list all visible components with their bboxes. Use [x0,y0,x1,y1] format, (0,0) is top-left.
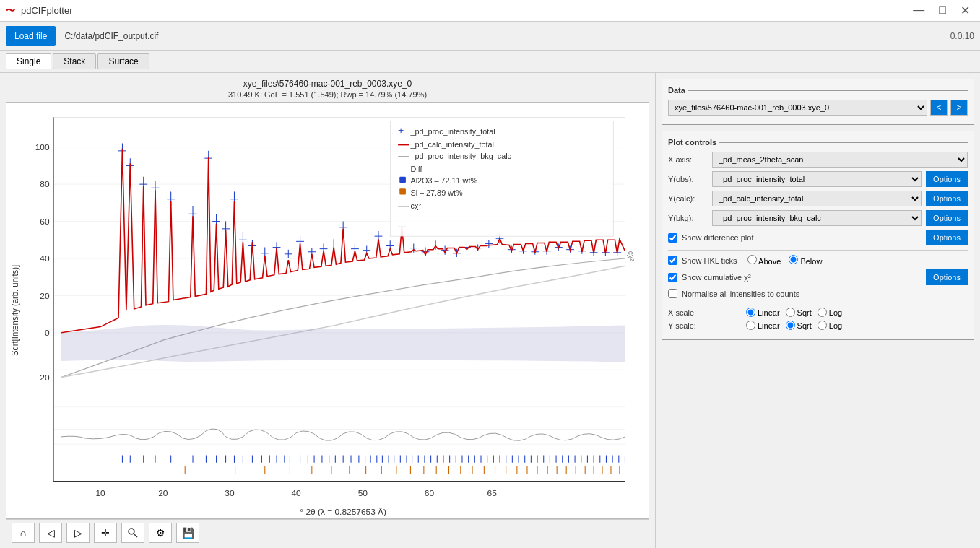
data-select-row: xye_files\576460-mac-001_reb_0003.xye_0 … [668,100,968,116]
right-panel: Data xye_files\576460-mac-001_reb_0003.x… [655,73,980,548]
prev-data-button[interactable]: < [930,100,948,116]
y-scale-sqrt-option: Sqrt [786,321,812,330]
svg-rect-227 [399,188,406,194]
show-cum-chi-checkbox[interactable] [668,273,677,282]
svg-text:Sqrt[Intensity (arb. units)]: Sqrt[Intensity (arb. units)] [10,265,19,356]
y-bkg-select[interactable]: _pd_proc_intensity_bkg_calc [712,210,922,226]
tab-stack[interactable]: Stack [53,53,96,69]
svg-text:65: 65 [487,488,497,497]
svg-text:60: 60 [40,217,49,226]
chart-container[interactable]: 100 80 60 40 20 0 −20 10 20 30 40 50 60 … [6,102,649,519]
y-scale-log-label: Log [829,321,842,330]
svg-text:100: 100 [35,142,50,152]
hkl-below-radio[interactable] [789,255,798,264]
hkl-above-label: Above [758,257,781,266]
pan-tool-button[interactable]: ✛ [94,523,117,543]
x-axis-select[interactable]: _pd_meas_2theta_scan [712,152,968,168]
y-scale-sqrt-radio[interactable] [786,321,795,330]
x-scale-sqrt-option: Sqrt [786,308,812,317]
svg-text:Diff: Diff [410,165,422,173]
y-scale-linear-radio[interactable] [746,321,755,330]
x-scale-sqrt-label: Sqrt [797,308,812,317]
x-scale-linear-radio[interactable] [746,308,755,317]
data-file-select[interactable]: xye_files\576460-mac-001_reb_0003.xye_0 [668,100,927,116]
tab-surface[interactable]: Surface [97,53,149,69]
diff-options-button[interactable]: Options [926,230,968,245]
forward-tool-button[interactable]: ▷ [66,523,90,543]
cum-chi-options-button[interactable]: Options [926,269,968,285]
plot-controls-header: Plot controls [668,137,968,147]
divider-1 [668,250,968,251]
svg-text:20: 20 [40,291,49,300]
svg-rect-225 [399,177,406,183]
svg-text:_pd_proc_intensity_total: _pd_proc_intensity_total [409,127,495,136]
load-file-button[interactable]: Load file [6,26,56,46]
y-obs-row: Y(obs): _pd_proc_intensity_total Options [668,171,968,187]
next-data-button[interactable]: > [950,100,968,116]
home-tool-button[interactable]: ⌂ [12,523,35,543]
title-bar-left: 〜 pdCIFplotter [6,4,73,17]
maximize-button[interactable]: □ [935,4,950,17]
close-button[interactable]: ✕ [956,4,974,17]
plot-controls-title: Plot controls [668,138,719,147]
x-scale-sqrt-radio[interactable] [786,308,795,317]
x-scale-log-label: Log [829,308,842,317]
svg-text:° 2θ (λ = 0.8257653 Å): ° 2θ (λ = 0.8257653 Å) [300,507,386,516]
tab-single[interactable]: Single [6,53,51,69]
hkl-below-label: Below [800,257,822,266]
x-scale-linear-label: Linear [758,308,780,317]
file-path-label: C:/data/pdCIF_output.cif [64,31,158,41]
show-hkl-checkbox[interactable] [668,256,677,265]
svg-text:cχ²: cχ² [410,201,421,210]
svg-text:_pd_calc_intensity_total: _pd_calc_intensity_total [409,140,494,149]
svg-text:Si – 27.89 wt%: Si – 27.89 wt% [410,188,462,197]
hkl-above-radio[interactable] [747,255,757,264]
data-section-header: Data [668,85,968,95]
y-calc-select[interactable]: _pd_calc_intensity_total [712,191,922,206]
x-scale-row: X scale: Linear Sqrt Log [668,308,968,317]
divider-2 [668,303,968,303]
normalise-row: Normalise all intensities to counts [668,289,968,298]
x-scale-log-radio[interactable] [818,308,827,317]
show-diff-row: Show difference plot Options [668,230,968,245]
normalise-label: Normalise all intensities to counts [682,290,799,298]
plot-controls-section: Plot controls X axis: _pd_meas_2theta_sc… [662,131,974,340]
svg-text:40: 40 [40,253,49,263]
show-diff-label: Show difference plot [682,233,753,242]
y-scale-log-radio[interactable] [818,321,827,330]
svg-text:cχ²: cχ² [627,251,636,261]
save-tool-button[interactable]: 💾 [176,523,199,543]
zoom-tool-button[interactable] [121,523,144,543]
title-bar: 〜 pdCIFplotter — □ ✕ [0,0,980,22]
version-label: 0.0.10 [950,31,974,41]
chart-tools: ⌂ ◁ ▷ ✛ ⚙ 💾 [6,519,649,546]
chart-svg: 100 80 60 40 20 0 −20 10 20 30 40 50 60 … [6,103,649,518]
svg-text:60: 60 [425,488,434,497]
minimize-button[interactable]: — [909,4,929,17]
y-calc-options-button[interactable]: Options [926,191,968,206]
hkl-above-radio-group: Above Below [747,255,823,266]
data-section: Data xye_files\576460-mac-001_reb_0003.x… [662,79,974,125]
svg-text:30: 30 [225,488,234,497]
chart-area: xye_files\576460-mac-001_reb_0003.xye_0 … [0,73,655,548]
chart-subtitle: 310.49 K; GoF = 1.551 (1.549); Rwp = 14.… [6,90,649,99]
svg-text:−20: −20 [35,373,49,382]
show-cum-chi-row: Show cumulative χ² Options [668,269,968,285]
show-hkl-row: Show HKL ticks Above Below [668,255,968,266]
y-obs-options-button[interactable]: Options [926,171,968,187]
show-diff-checkbox[interactable] [668,233,677,243]
main-content: xye_files\576460-mac-001_reb_0003.xye_0 … [0,73,980,548]
normalise-checkbox[interactable] [668,289,677,298]
y-scale-sqrt-label: Sqrt [797,321,812,330]
y-bkg-options-button[interactable]: Options [926,210,968,226]
y-scale-linear-label: Linear [758,321,780,330]
back-tool-button[interactable]: ◁ [39,523,62,543]
svg-text:_pd_proc_intensity_bkg_calc: _pd_proc_intensity_bkg_calc [409,152,511,160]
settings-tool-button[interactable]: ⚙ [149,523,172,543]
y-obs-label: Y(obs): [668,175,708,183]
show-cum-chi-label: Show cumulative χ² [682,273,751,282]
tabs-bar: Single Stack Surface [0,51,980,73]
app-icon: 〜 [6,4,15,17]
x-scale-log-option: Log [818,308,842,317]
y-obs-select[interactable]: _pd_proc_intensity_total [712,171,922,187]
